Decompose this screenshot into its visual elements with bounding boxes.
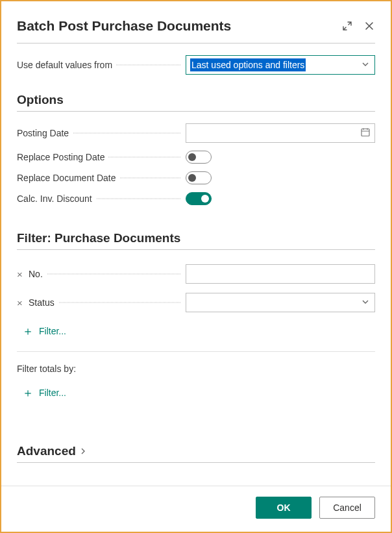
advanced-header[interactable]: Advanced — [17, 444, 375, 458]
dialog-window: Batch Post Purchase Documents Use defaul… — [0, 0, 392, 533]
filter-row-status: × Status — [17, 293, 375, 312]
dialog-title: Batch Post Purchase Documents — [17, 18, 231, 34]
replace-posting-toggle[interactable] — [186, 151, 212, 164]
defaults-label: Use default values from — [17, 60, 186, 70]
remove-filter-status[interactable]: × — [17, 297, 26, 308]
replace-document-toggle[interactable] — [186, 171, 212, 184]
replace-posting-row: Replace Posting Date — [17, 151, 375, 164]
chevron-right-icon — [80, 444, 86, 458]
filter-row-no: × No. — [17, 264, 375, 284]
add-filter-label: Filter... — [39, 326, 66, 336]
expand-icon[interactable] — [341, 20, 353, 32]
divider — [17, 43, 375, 43]
posting-date-input[interactable] — [186, 123, 375, 143]
dialog-footer: OK Cancel — [1, 486, 391, 532]
posting-date-label: Posting Date — [17, 128, 186, 138]
add-filter-button[interactable]: ＋ Filter... — [22, 325, 66, 337]
add-filter-totals-button[interactable]: ＋ Filter... — [22, 387, 66, 399]
cancel-button[interactable]: Cancel — [319, 497, 375, 519]
dialog-content: Batch Post Purchase Documents Use defaul… — [1, 1, 391, 486]
plus-icon: ＋ — [22, 387, 34, 399]
options-header: Options — [17, 93, 375, 107]
filter-status-label: Status — [29, 297, 186, 308]
calendar-icon[interactable] — [360, 127, 371, 140]
replace-document-row: Replace Document Date — [17, 171, 375, 184]
replace-document-label: Replace Document Date — [17, 173, 186, 183]
chevron-down-icon — [361, 60, 369, 70]
defaults-row: Use default values from Last used option… — [17, 55, 375, 75]
divider — [17, 111, 375, 112]
remove-filter-no[interactable]: × — [17, 269, 26, 280]
divider — [17, 249, 375, 250]
title-actions — [341, 20, 375, 32]
close-icon[interactable] — [363, 20, 375, 32]
replace-posting-label: Replace Posting Date — [17, 152, 186, 162]
chevron-down-icon[interactable] — [361, 297, 369, 308]
posting-date-row: Posting Date — [17, 123, 375, 143]
add-filter-totals-label: Filter... — [39, 388, 66, 398]
filter-header: Filter: Purchase Documents — [17, 231, 375, 245]
divider — [17, 462, 375, 463]
calc-inv-toggle[interactable] — [186, 192, 212, 205]
defaults-select[interactable]: Last used options and filters — [186, 55, 375, 75]
calc-inv-label: Calc. Inv. Discount — [17, 193, 186, 204]
filter-status-input[interactable] — [186, 293, 375, 312]
filter-no-input[interactable] — [186, 264, 375, 284]
defaults-value: Last used options and filters — [190, 58, 306, 71]
divider — [17, 351, 375, 352]
ok-button[interactable]: OK — [256, 497, 312, 519]
plus-icon: ＋ — [22, 325, 34, 337]
filter-no-label: No. — [29, 269, 186, 279]
title-bar: Batch Post Purchase Documents — [17, 12, 375, 43]
svg-rect-0 — [361, 129, 369, 136]
calc-inv-row: Calc. Inv. Discount — [17, 192, 375, 205]
filter-totals-label: Filter totals by: — [17, 364, 375, 374]
